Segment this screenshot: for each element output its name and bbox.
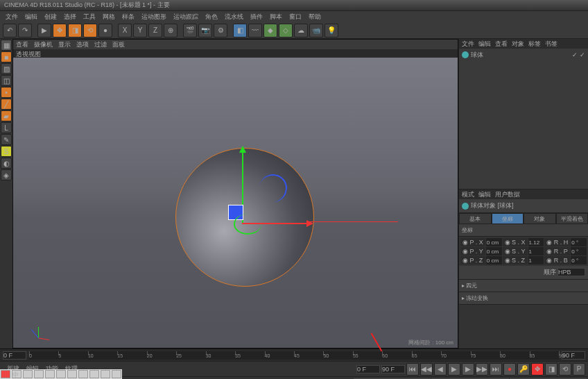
key-rot[interactable]: ⟲ [559, 363, 571, 376]
y-lock[interactable]: Y [133, 24, 147, 37]
autokey-button[interactable]: 🔑 [517, 363, 530, 376]
task-icon[interactable] [45, 370, 55, 378]
next-key[interactable]: ▶▶ [476, 363, 488, 376]
task-icon[interactable] [101, 370, 110, 378]
menu-file[interactable]: 文件 [6, 12, 18, 22]
menu-plugins[interactable]: 插件 [250, 12, 263, 22]
tab-phong[interactable]: 平滑着色(Pho [556, 213, 589, 224]
task-icon[interactable] [56, 370, 66, 378]
menu-character[interactable]: 角色 [205, 12, 218, 22]
redo-button[interactable]: ↷ [18, 24, 32, 37]
menu-edit[interactable]: 编辑 [25, 12, 37, 22]
panel-tab[interactable]: 面板 [112, 40, 125, 49]
om-bookmark[interactable]: 书签 [545, 40, 557, 48]
options-tab[interactable]: 选项 [76, 40, 89, 49]
om-object[interactable]: 对象 [512, 40, 524, 48]
input-pz[interactable] [486, 256, 502, 264]
menu-track[interactable]: 运动跟踪 [173, 12, 198, 22]
menu-tools[interactable]: 工具 [83, 12, 96, 22]
menu-script[interactable]: 脚本 [270, 12, 282, 22]
menu-spline[interactable]: 样条 [122, 12, 135, 22]
goto-end[interactable]: ⏭ [490, 363, 502, 376]
model-mode[interactable]: ■ [1, 51, 12, 62]
frame-start[interactable] [3, 351, 26, 360]
view-tab[interactable]: 查看 [16, 40, 28, 49]
undo-button[interactable]: ↶ [3, 24, 17, 37]
prev-frame[interactable]: ◀ [434, 363, 447, 376]
x-lock[interactable]: X [118, 24, 132, 37]
generator[interactable]: ◆ [263, 24, 277, 37]
task-icon[interactable] [89, 370, 99, 378]
input-py[interactable] [486, 247, 502, 255]
z-lock[interactable]: Z [148, 24, 162, 37]
input-px[interactable] [486, 238, 502, 246]
om-edit[interactable]: 编辑 [478, 40, 491, 48]
menu-create[interactable]: 创建 [44, 12, 57, 22]
menu-mesh[interactable]: 网格 [103, 12, 115, 22]
tab-object[interactable]: 对象 [524, 213, 556, 224]
attr-userdata[interactable]: 用户数据 [495, 190, 520, 199]
render-pict[interactable]: 📷 [198, 24, 212, 37]
timeline-ruler[interactable]: 051015202530354045505560657075808590 [29, 351, 559, 360]
attr-mode[interactable]: 模式 [462, 190, 474, 199]
menu-help[interactable]: 帮助 [309, 12, 321, 22]
input-rh[interactable] [571, 238, 587, 246]
task-icon[interactable] [23, 370, 33, 378]
om-view[interactable]: 查看 [495, 40, 508, 48]
input-sx[interactable] [528, 238, 544, 246]
axis-mode[interactable]: L [1, 122, 12, 133]
key-pos[interactable]: ✥ [531, 363, 544, 376]
om-file[interactable]: 文件 [462, 40, 474, 48]
task-icon[interactable] [112, 370, 121, 378]
task-icon[interactable] [1, 370, 10, 378]
texture-mode[interactable]: ▨ [1, 63, 12, 74]
tweak-mode[interactable]: ✎ [1, 134, 12, 145]
prev-key[interactable]: ◀◀ [420, 363, 433, 376]
menu-window[interactable]: 窗口 [289, 12, 302, 22]
object-item-sphere[interactable]: 球体 ✓ ✓ [462, 50, 585, 60]
menu-pipeline[interactable]: 流水线 [225, 12, 243, 22]
play-button[interactable]: ▶ [448, 363, 460, 376]
make-editable[interactable]: ▦ [1, 40, 12, 51]
freeze-section[interactable]: ▸ 冻结变换 [459, 292, 588, 305]
cube-primitive[interactable]: ◧ [233, 24, 247, 37]
record-button[interactable]: ● [503, 363, 516, 376]
move-tool[interactable]: ✥ [53, 24, 67, 37]
environment[interactable]: ☁ [294, 24, 308, 37]
snap-toggle[interactable]: S [1, 146, 12, 157]
input-rp[interactable] [571, 247, 587, 255]
filter-tab[interactable]: 过滤 [94, 40, 107, 49]
menu-select[interactable]: 选择 [64, 12, 76, 22]
input-rb[interactable] [571, 256, 587, 264]
cur-start[interactable] [356, 365, 380, 373]
deformer[interactable]: ◇ [279, 24, 293, 37]
menu-mograph[interactable]: 运动图形 [141, 12, 166, 22]
order-select[interactable] [557, 268, 585, 276]
frame-end[interactable] [562, 351, 585, 360]
camera[interactable]: 📹 [309, 24, 323, 37]
edge-mode[interactable]: ╱ [1, 99, 12, 110]
light[interactable]: 💡 [325, 24, 338, 37]
render-settings[interactable]: ⚙ [214, 24, 227, 37]
workplane[interactable]: ◫ [1, 75, 12, 86]
om-tags[interactable]: 标签 [528, 40, 541, 48]
xray[interactable]: ◈ [1, 169, 12, 180]
goto-start[interactable]: ⏮ [406, 363, 419, 376]
key-scale[interactable]: ◨ [545, 363, 557, 376]
perspective-viewport[interactable]: 网格间距 : 100 cm [13, 58, 458, 348]
task-icon[interactable] [34, 370, 44, 378]
tab-basic[interactable]: 基本 [459, 213, 492, 224]
poly-mode[interactable]: ▰ [1, 110, 12, 121]
last-tool[interactable]: ● [98, 24, 112, 37]
render-view[interactable]: 🎬 [183, 24, 197, 37]
select-tool[interactable]: ▶ [37, 24, 51, 37]
tab-coord[interactable]: 坐标 [492, 213, 524, 224]
point-mode[interactable]: • [1, 87, 12, 98]
display-tab[interactable]: 显示 [58, 40, 71, 49]
camera-tab[interactable]: 摄像机 [34, 40, 53, 49]
input-sz[interactable] [528, 256, 544, 264]
rotate-tool[interactable]: ⟲ [83, 24, 97, 37]
next-frame[interactable]: ▶ [462, 363, 474, 376]
scale-tool[interactable]: ◨ [68, 24, 82, 37]
cur-end[interactable] [381, 365, 405, 373]
